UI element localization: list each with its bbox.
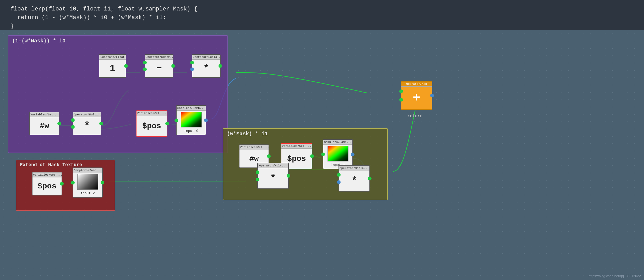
return-label: return xyxy=(407,114,423,119)
add-in-port-2[interactable] xyxy=(399,98,403,102)
multiply2-in-port-2[interactable] xyxy=(256,178,259,181)
operator-add-node[interactable]: Operator/Add + xyxy=(401,81,432,110)
sampler3-input-label: input 2 xyxy=(80,191,95,196)
variables-get-w1-value: #w xyxy=(30,117,59,135)
watermark: https://blog.csdn.net/qq_39812022 xyxy=(589,274,641,278)
canvas-area: (1-(w*Mask)) * i0 Constant/Float 1 Opera… xyxy=(0,30,644,280)
group-olive: (w*Mask) * i1 Variables/Get ... #w Varia… xyxy=(223,128,388,200)
w2-out-port[interactable] xyxy=(267,154,271,158)
subtract-in-port-1[interactable] xyxy=(143,61,147,64)
samplers-samp2-node[interactable]: Samplers/Samp... input 1 xyxy=(323,139,353,169)
scale2-in-port-2[interactable] xyxy=(337,180,341,184)
variables-get-pos1-value: $pos xyxy=(137,116,167,136)
operator-multiply2-symbol: * xyxy=(258,168,288,188)
operator-scale1-node[interactable]: Operator/Scala... * xyxy=(192,54,221,78)
scale1-out-port[interactable] xyxy=(219,64,222,68)
sampler1-input-label: input 0 xyxy=(184,128,198,134)
constant-float-value: 1 xyxy=(99,60,126,77)
operator-scale2-symbol: * xyxy=(339,171,369,191)
operator-multiply2-node[interactable]: Operator/Mult... * xyxy=(257,163,289,189)
samp3-out-port[interactable] xyxy=(101,181,104,184)
red-group-label: Extend of Mask Texture xyxy=(20,162,82,167)
variables-get-pos3-header: Variables/Get ... xyxy=(32,172,62,177)
scale1-in-port-2[interactable] xyxy=(190,68,194,71)
sampler-texture-1 xyxy=(181,112,202,127)
constant-float-node[interactable]: Constant/Float 1 xyxy=(99,54,126,78)
add-out-port[interactable] xyxy=(430,94,434,97)
operator-multiply2-header: Operator/Mult... xyxy=(258,163,288,168)
operator-scale2-node[interactable]: Operator/Scala... * xyxy=(339,165,370,192)
group-purple: (1-(w*Mask)) * i0 Constant/Float 1 Opera… xyxy=(8,35,228,153)
operator-scale2-header: Operator/Scala... xyxy=(339,166,369,171)
w1-out-port[interactable] xyxy=(57,122,61,125)
samp3-in-port[interactable] xyxy=(71,181,75,184)
code-text: float lerp(float i0, float i1, float w,s… xyxy=(10,5,634,31)
operator-add-symbol: + xyxy=(401,87,432,109)
multiply1-in-port-2[interactable] xyxy=(71,125,75,129)
operator-subtract-header: Operator/Subtr... xyxy=(145,55,173,60)
samp1-in-port[interactable] xyxy=(174,119,178,122)
variables-get-w2-header: Variables/Get ... xyxy=(239,145,269,150)
multiply2-out-port[interactable] xyxy=(287,174,290,178)
pos3-out-port[interactable] xyxy=(60,182,64,186)
code-line3: } xyxy=(10,23,14,30)
operator-multiply1-node[interactable]: Operator/Multi... * xyxy=(73,112,101,135)
add-in-port-1[interactable] xyxy=(399,89,403,93)
olive-group-label: (w*Mask) * i1 xyxy=(227,131,268,137)
variables-get-pos1-node[interactable]: Variables/Get ... $pos xyxy=(136,110,167,137)
pos1-out-port[interactable] xyxy=(165,122,169,125)
samplers-samp3-header: Samplers/Samp... xyxy=(73,168,102,173)
samplers-samp3-node[interactable]: Samplers/Samp... input 2 xyxy=(73,167,103,198)
constant-float-out-port[interactable] xyxy=(124,64,128,68)
subtract-in-port-2[interactable] xyxy=(143,68,147,71)
multiply2-in-port-1[interactable] xyxy=(256,170,259,174)
operator-scale1-symbol: * xyxy=(192,60,220,77)
variables-get-w1-node[interactable]: Variables/Get ... #w xyxy=(29,112,59,135)
operator-subtract-node[interactable]: Operator/Subtr... − xyxy=(145,54,173,78)
multiply1-out-port[interactable] xyxy=(99,122,103,125)
operator-scale1-header: Operator/Scala... xyxy=(192,55,220,60)
pos2-out-port[interactable] xyxy=(310,154,314,158)
subtract-out-port[interactable] xyxy=(171,64,175,68)
purple-group-label: (1-(w*Mask)) * i0 xyxy=(12,38,66,44)
samp2-in-port[interactable] xyxy=(321,153,325,156)
variables-get-pos2-header: Variables/Get ... xyxy=(281,144,312,149)
code-line2: return (1 - (w*Mask)) * i0 + (w*Mask) * … xyxy=(10,14,166,21)
variables-get-pos1-header: Variables/Get ... xyxy=(137,111,167,116)
multiply1-in-port-1[interactable] xyxy=(71,118,75,122)
operator-multiply1-header: Operator/Multi... xyxy=(73,112,101,117)
samp2-out-port[interactable] xyxy=(351,153,354,156)
variables-get-pos3-node[interactable]: Variables/Get ... $pos xyxy=(32,172,62,195)
operator-multiply1-symbol: * xyxy=(73,117,101,135)
code-line1: float lerp(float i0, float i1, float w,s… xyxy=(10,6,197,12)
operator-subtract-symbol: − xyxy=(145,60,173,77)
sampler-texture-3 xyxy=(77,174,98,190)
samp1-out-port[interactable] xyxy=(204,119,208,122)
scale1-in-port-1[interactable] xyxy=(190,61,194,64)
scale2-out-port[interactable] xyxy=(368,177,372,180)
samplers-samp1-node[interactable]: Samplers/Samp... input 0 xyxy=(176,105,206,135)
variables-get-w1-header: Variables/Get ... xyxy=(30,112,59,117)
operator-add-header: Operator/Add xyxy=(401,82,432,87)
samplers-samp1-header: Samplers/Samp... xyxy=(177,106,206,111)
constant-float-header: Constant/Float xyxy=(99,55,126,60)
group-red: Extend of Mask Texture Variables/Get ...… xyxy=(16,160,115,211)
code-section: float lerp(float i0, float i1, float w,s… xyxy=(0,0,644,30)
variables-get-pos3-value: $pos xyxy=(32,177,62,195)
samplers-samp2-header: Samplers/Samp... xyxy=(323,140,352,145)
sampler-texture-2 xyxy=(328,146,348,161)
scale2-in-port-1[interactable] xyxy=(337,173,341,177)
